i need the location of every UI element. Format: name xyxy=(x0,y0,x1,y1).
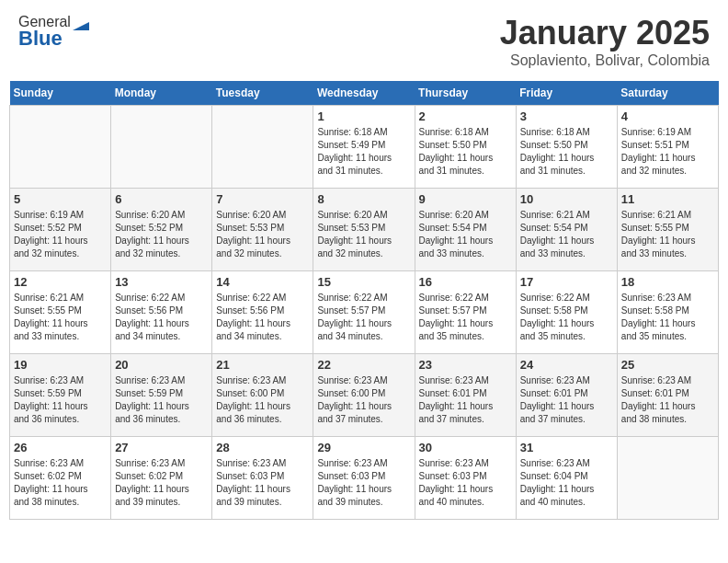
day-number: 24 xyxy=(520,358,613,372)
calendar-week-row: 26Sunrise: 6:23 AM Sunset: 6:02 PM Dayli… xyxy=(10,437,719,520)
day-number: 4 xyxy=(621,109,714,123)
day-info: Sunrise: 6:21 AM Sunset: 5:54 PM Dayligh… xyxy=(520,209,613,260)
day-info: Sunrise: 6:22 AM Sunset: 5:58 PM Dayligh… xyxy=(520,292,613,343)
day-info: Sunrise: 6:18 AM Sunset: 5:49 PM Dayligh… xyxy=(317,126,410,178)
day-info: Sunrise: 6:23 AM Sunset: 6:03 PM Dayligh… xyxy=(216,457,309,509)
day-info: Sunrise: 6:23 AM Sunset: 6:00 PM Dayligh… xyxy=(317,374,410,426)
calendar-cell: 14Sunrise: 6:22 AM Sunset: 5:56 PM Dayli… xyxy=(212,271,313,354)
calendar-cell: 5Sunrise: 6:19 AM Sunset: 5:52 PM Daylig… xyxy=(10,189,111,271)
day-info: Sunrise: 6:23 AM Sunset: 6:03 PM Dayligh… xyxy=(419,457,512,509)
day-info: Sunrise: 6:21 AM Sunset: 5:55 PM Dayligh… xyxy=(621,209,714,260)
calendar-cell: 29Sunrise: 6:23 AM Sunset: 6:03 PM Dayli… xyxy=(313,437,415,520)
day-info: Sunrise: 6:22 AM Sunset: 5:57 PM Dayligh… xyxy=(317,292,410,343)
title-section: January 2025 Soplaviento, Bolivar, Colom… xyxy=(500,14,710,69)
calendar-cell: 21Sunrise: 6:23 AM Sunset: 6:00 PM Dayli… xyxy=(212,354,313,437)
day-number: 15 xyxy=(317,275,410,289)
page-header: General Blue January 2025 Soplaviento, B… xyxy=(9,9,719,74)
weekday-header-friday: Friday xyxy=(516,81,617,106)
day-info: Sunrise: 6:20 AM Sunset: 5:53 PM Dayligh… xyxy=(317,209,410,260)
day-info: Sunrise: 6:23 AM Sunset: 6:01 PM Dayligh… xyxy=(621,374,714,426)
calendar-cell: 12Sunrise: 6:21 AM Sunset: 5:55 PM Dayli… xyxy=(10,271,111,354)
day-info: Sunrise: 6:21 AM Sunset: 5:55 PM Dayligh… xyxy=(14,292,107,343)
weekday-header-saturday: Saturday xyxy=(617,81,718,106)
weekday-header-monday: Monday xyxy=(111,81,212,106)
calendar-cell xyxy=(111,106,212,189)
day-number: 26 xyxy=(14,441,107,454)
day-number: 3 xyxy=(520,109,613,123)
logo-arrow-icon xyxy=(73,14,89,30)
day-info: Sunrise: 6:22 AM Sunset: 5:56 PM Dayligh… xyxy=(115,292,208,343)
day-info: Sunrise: 6:23 AM Sunset: 6:01 PM Dayligh… xyxy=(419,374,512,426)
calendar-cell: 13Sunrise: 6:22 AM Sunset: 5:56 PM Dayli… xyxy=(111,271,212,354)
calendar-cell: 30Sunrise: 6:23 AM Sunset: 6:03 PM Dayli… xyxy=(415,437,516,520)
day-number: 29 xyxy=(317,441,410,454)
day-info: Sunrise: 6:23 AM Sunset: 6:00 PM Dayligh… xyxy=(216,374,309,426)
calendar-cell: 25Sunrise: 6:23 AM Sunset: 6:01 PM Dayli… xyxy=(617,354,718,437)
day-number: 22 xyxy=(317,358,410,372)
day-info: Sunrise: 6:19 AM Sunset: 5:51 PM Dayligh… xyxy=(621,126,714,178)
calendar-cell: 9Sunrise: 6:20 AM Sunset: 5:54 PM Daylig… xyxy=(415,189,516,271)
calendar-cell: 22Sunrise: 6:23 AM Sunset: 6:00 PM Dayli… xyxy=(313,354,415,437)
day-number: 16 xyxy=(419,275,512,289)
logo: General Blue xyxy=(18,14,89,51)
calendar-cell xyxy=(10,106,111,189)
day-number: 9 xyxy=(419,192,512,206)
day-number: 13 xyxy=(115,275,208,289)
day-info: Sunrise: 6:20 AM Sunset: 5:54 PM Dayligh… xyxy=(419,209,512,260)
calendar-cell: 17Sunrise: 6:22 AM Sunset: 5:58 PM Dayli… xyxy=(516,271,617,354)
month-title: January 2025 xyxy=(500,14,710,52)
day-info: Sunrise: 6:19 AM Sunset: 5:52 PM Dayligh… xyxy=(14,209,107,260)
day-number: 10 xyxy=(520,192,613,206)
day-number: 30 xyxy=(419,441,512,454)
weekday-header-row: SundayMondayTuesdayWednesdayThursdayFrid… xyxy=(10,81,719,106)
day-number: 20 xyxy=(115,358,208,372)
calendar-cell: 20Sunrise: 6:23 AM Sunset: 5:59 PM Dayli… xyxy=(111,354,212,437)
day-info: Sunrise: 6:18 AM Sunset: 5:50 PM Dayligh… xyxy=(520,126,613,178)
day-info: Sunrise: 6:22 AM Sunset: 5:56 PM Dayligh… xyxy=(216,292,309,343)
day-number: 14 xyxy=(216,275,309,289)
calendar-cell: 18Sunrise: 6:23 AM Sunset: 5:58 PM Dayli… xyxy=(617,271,718,354)
calendar-week-row: 5Sunrise: 6:19 AM Sunset: 5:52 PM Daylig… xyxy=(10,189,719,271)
day-number: 5 xyxy=(14,192,107,206)
location-subtitle: Soplaviento, Bolivar, Colombia xyxy=(500,52,710,69)
svg-marker-0 xyxy=(73,22,89,30)
weekday-header-sunday: Sunday xyxy=(10,81,111,106)
day-number: 1 xyxy=(317,109,410,123)
calendar-cell xyxy=(617,437,718,520)
calendar-cell: 15Sunrise: 6:22 AM Sunset: 5:57 PM Dayli… xyxy=(313,271,415,354)
day-number: 28 xyxy=(216,441,309,454)
day-info: Sunrise: 6:23 AM Sunset: 6:01 PM Dayligh… xyxy=(520,374,613,426)
calendar-cell xyxy=(212,106,313,189)
logo-blue-text: Blue xyxy=(18,27,63,51)
calendar-table: SundayMondayTuesdayWednesdayThursdayFrid… xyxy=(9,81,719,520)
day-number: 25 xyxy=(621,358,714,372)
calendar-cell: 24Sunrise: 6:23 AM Sunset: 6:01 PM Dayli… xyxy=(516,354,617,437)
day-info: Sunrise: 6:20 AM Sunset: 5:53 PM Dayligh… xyxy=(216,209,309,260)
day-number: 19 xyxy=(14,358,107,372)
calendar-week-row: 12Sunrise: 6:21 AM Sunset: 5:55 PM Dayli… xyxy=(10,271,719,354)
day-number: 2 xyxy=(419,109,512,123)
day-info: Sunrise: 6:23 AM Sunset: 6:02 PM Dayligh… xyxy=(115,457,208,509)
calendar-cell: 10Sunrise: 6:21 AM Sunset: 5:54 PM Dayli… xyxy=(516,189,617,271)
weekday-header-thursday: Thursday xyxy=(415,81,516,106)
day-number: 8 xyxy=(317,192,410,206)
day-info: Sunrise: 6:23 AM Sunset: 6:03 PM Dayligh… xyxy=(317,457,410,509)
day-number: 23 xyxy=(419,358,512,372)
calendar-cell: 19Sunrise: 6:23 AM Sunset: 5:59 PM Dayli… xyxy=(10,354,111,437)
calendar-week-row: 19Sunrise: 6:23 AM Sunset: 5:59 PM Dayli… xyxy=(10,354,719,437)
calendar-cell: 16Sunrise: 6:22 AM Sunset: 5:57 PM Dayli… xyxy=(415,271,516,354)
calendar-cell: 4Sunrise: 6:19 AM Sunset: 5:51 PM Daylig… xyxy=(617,106,718,189)
calendar-cell: 7Sunrise: 6:20 AM Sunset: 5:53 PM Daylig… xyxy=(212,189,313,271)
calendar-cell: 28Sunrise: 6:23 AM Sunset: 6:03 PM Dayli… xyxy=(212,437,313,520)
calendar-cell: 2Sunrise: 6:18 AM Sunset: 5:50 PM Daylig… xyxy=(415,106,516,189)
day-info: Sunrise: 6:23 AM Sunset: 5:59 PM Dayligh… xyxy=(115,374,208,426)
day-info: Sunrise: 6:23 AM Sunset: 6:02 PM Dayligh… xyxy=(14,457,107,509)
day-info: Sunrise: 6:23 AM Sunset: 5:59 PM Dayligh… xyxy=(14,374,107,426)
calendar-cell: 23Sunrise: 6:23 AM Sunset: 6:01 PM Dayli… xyxy=(415,354,516,437)
day-info: Sunrise: 6:20 AM Sunset: 5:52 PM Dayligh… xyxy=(115,209,208,260)
day-number: 31 xyxy=(520,441,613,454)
day-info: Sunrise: 6:18 AM Sunset: 5:50 PM Dayligh… xyxy=(419,126,512,178)
calendar-cell: 8Sunrise: 6:20 AM Sunset: 5:53 PM Daylig… xyxy=(313,189,415,271)
day-info: Sunrise: 6:22 AM Sunset: 5:57 PM Dayligh… xyxy=(419,292,512,343)
calendar-week-row: 1Sunrise: 6:18 AM Sunset: 5:49 PM Daylig… xyxy=(10,106,719,189)
